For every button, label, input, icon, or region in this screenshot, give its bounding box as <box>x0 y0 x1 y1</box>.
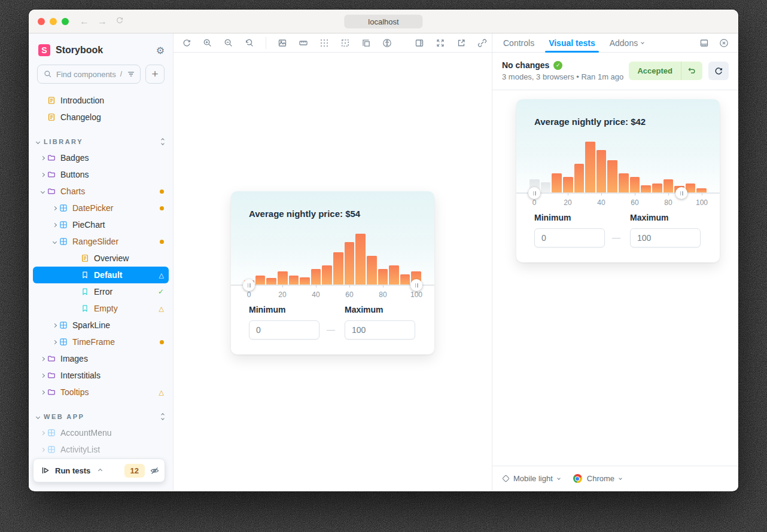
section-label: WEB APP <box>44 413 162 420</box>
collapse-expand-icon[interactable] <box>162 414 164 420</box>
sidebar-item-tooltips[interactable]: Tooltips△ <box>33 384 169 400</box>
test-count-badge: 12 <box>124 464 145 478</box>
sidebar-item-introduction[interactable]: Introduction <box>33 92 169 109</box>
histogram-bar <box>355 234 366 285</box>
sidebar-item-overview[interactable]: Overview <box>33 250 169 267</box>
grid-icon[interactable] <box>319 38 329 48</box>
sidebar-item-empty[interactable]: Empty△ <box>33 300 169 317</box>
histogram-bar <box>289 276 299 285</box>
reload-icon[interactable] <box>115 16 124 27</box>
run-tests-bar[interactable]: Run tests 12 <box>33 458 165 482</box>
back-icon[interactable]: ← <box>80 16 89 27</box>
zoom-window-button[interactable] <box>62 18 69 25</box>
sidebar-item-error[interactable]: Error✓ <box>33 283 169 300</box>
forward-icon[interactable]: → <box>98 16 107 27</box>
tab-controls[interactable]: Controls <box>496 33 541 52</box>
sidebar-item-badges[interactable]: Badges <box>33 149 169 166</box>
maximum-input[interactable] <box>630 228 701 247</box>
backgrounds-icon[interactable] <box>278 38 287 48</box>
minimum-input[interactable] <box>534 228 605 247</box>
collapse-expand-icon[interactable] <box>162 139 164 145</box>
chevron-right-icon[interactable] <box>38 432 47 435</box>
sidebar-item-changelog[interactable]: Changelog <box>33 109 169 126</box>
close-window-button[interactable] <box>38 18 45 25</box>
histogram-chart: Average nightly price: $42020406080100 <box>516 99 720 193</box>
minimize-window-button[interactable] <box>50 18 57 25</box>
filter-icon[interactable] <box>127 70 135 78</box>
chevron-right-icon[interactable] <box>38 173 47 176</box>
sidebar-item-sparkline[interactable]: SparkLine <box>33 317 169 334</box>
tab-visual-tests[interactable]: Visual tests <box>541 33 602 52</box>
chevron-down-icon[interactable] <box>50 240 59 243</box>
sidebar-item-timeframe[interactable]: TimeFrame <box>33 334 169 350</box>
histogram-bar <box>278 271 288 285</box>
measure-icon[interactable] <box>299 38 308 48</box>
chevron-right-icon[interactable] <box>50 324 59 327</box>
watch-mode-icon[interactable] <box>150 466 160 476</box>
sidebar-item-images[interactable]: Images <box>33 350 169 367</box>
viewport-icon[interactable] <box>361 38 371 48</box>
remount-icon[interactable] <box>182 38 191 48</box>
search-input[interactable]: Find components / <box>37 65 141 84</box>
component-icon <box>47 429 56 437</box>
slider-handle-min[interactable] <box>243 279 255 291</box>
doc-icon <box>81 254 89 262</box>
zoom-reset-icon[interactable] <box>245 38 254 48</box>
slider-track[interactable] <box>231 285 434 286</box>
chevron-right-icon[interactable] <box>50 207 59 210</box>
close-panel-icon[interactable] <box>719 38 729 48</box>
slider-handle-min[interactable] <box>528 187 540 199</box>
chevron-right-icon[interactable] <box>38 448 47 451</box>
panel-toggle-icon[interactable] <box>415 38 424 48</box>
chevron-right-icon[interactable] <box>38 357 47 360</box>
section-header-library[interactable]: LIBRARY <box>33 134 169 149</box>
histogram-bar <box>389 265 399 285</box>
component-icon <box>59 321 68 329</box>
maximum-input[interactable] <box>345 320 415 340</box>
slider-handle-max[interactable] <box>410 279 422 291</box>
open-new-tab-icon[interactable] <box>456 38 466 48</box>
item-label: ActivityList <box>60 445 164 454</box>
sidebar-item-interstitials[interactable]: Interstitials <box>33 367 169 384</box>
fullscreen-icon[interactable] <box>436 38 445 48</box>
slider-handle-max[interactable] <box>675 187 687 199</box>
chevron-down-icon[interactable] <box>38 190 47 193</box>
app-window: ← → localhost S Storybook ⚙ Find compone… <box>29 10 738 491</box>
chevron-right-icon[interactable] <box>50 341 59 344</box>
accepted-button[interactable]: Accepted <box>629 62 702 80</box>
slider-track[interactable] <box>516 192 720 194</box>
window-controls[interactable] <box>38 18 69 25</box>
outline-icon[interactable] <box>340 38 350 48</box>
browser-selector[interactable]: Chrome <box>573 474 622 483</box>
chevron-right-icon[interactable] <box>38 374 47 377</box>
minimum-input[interactable] <box>249 320 319 340</box>
zoom-in-icon[interactable] <box>203 38 212 48</box>
sidebar-item-accountmenu[interactable]: AccountMenu <box>33 424 169 441</box>
toolbar-divider <box>266 37 266 49</box>
range-separator: — <box>327 325 335 334</box>
address-bar[interactable]: localhost <box>344 14 422 28</box>
sidebar-item-default[interactable]: Default△ <box>33 267 169 283</box>
sidebar-item-activitylist[interactable]: ActivityList <box>33 441 169 458</box>
create-story-button[interactable]: + <box>145 65 165 84</box>
sidebar-item-buttons[interactable]: Buttons <box>33 166 169 183</box>
chevron-right-icon[interactable] <box>50 224 59 227</box>
sidebar-item-datepicker[interactable]: DatePicker <box>33 200 169 216</box>
section-header-web-app[interactable]: WEB APP <box>33 409 169 424</box>
sidebar-item-rangeslider[interactable]: RangeSlider <box>33 233 169 250</box>
gear-icon[interactable]: ⚙ <box>156 45 165 56</box>
rerun-tests-button[interactable] <box>708 62 729 80</box>
tab-addons[interactable]: Addons <box>602 33 651 52</box>
accessibility-icon[interactable] <box>382 38 392 48</box>
chevron-up-icon[interactable] <box>98 468 102 472</box>
mode-selector[interactable]: Mobile light <box>503 474 560 483</box>
unaccept-icon[interactable] <box>681 62 702 80</box>
zoom-out-icon[interactable] <box>224 38 233 48</box>
panel-footer: Mobile light Chrome <box>492 466 738 491</box>
chevron-right-icon[interactable] <box>38 157 47 160</box>
copy-link-icon[interactable] <box>477 38 487 48</box>
sidebar-item-charts[interactable]: Charts <box>33 183 169 200</box>
panel-position-icon[interactable] <box>699 38 709 48</box>
sidebar-item-piechart[interactable]: PieChart <box>33 216 169 233</box>
chevron-right-icon[interactable] <box>38 391 47 394</box>
